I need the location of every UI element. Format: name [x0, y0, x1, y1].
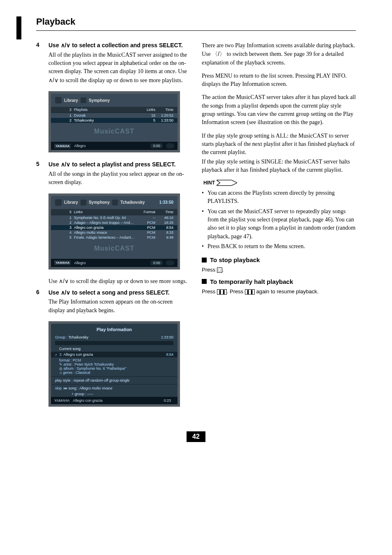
breadcrumb-library: Library — [64, 200, 78, 205]
hint-item: You can access the Playlists screen dire… — [202, 189, 356, 206]
footer-track: Allegro con grazia — [73, 398, 102, 403]
pi-track-time: 8:54 — [166, 352, 173, 357]
hints-list: You can access the Playlists screen dire… — [202, 189, 356, 251]
pi-album-value: Symphonie No. 6 "Pathetique" — [77, 366, 127, 371]
footer-time: 0:00 — [150, 260, 163, 265]
hint-label: HINT — [202, 179, 217, 187]
step5-note-post: to scroll the display up or down to see … — [69, 278, 187, 284]
updown-icon: ∧/∨ — [61, 42, 71, 48]
volume-icon — [166, 143, 174, 148]
top-time: 1:33:50 — [159, 200, 173, 205]
hint-item: Press BACK to return to the Menu screen. — [202, 242, 356, 251]
page-number: 42 — [187, 431, 205, 442]
pause-b: . Press — [227, 288, 245, 295]
pi-current-label: Current song — [59, 347, 81, 351]
hint-item: You can set the MusicCAST server to repe… — [202, 207, 356, 241]
col-time: Time — [155, 210, 173, 214]
square-bullet-icon — [202, 258, 207, 263]
hint-flag-icon — [217, 180, 237, 186]
stop-post: . — [222, 267, 224, 273]
pause-c: again to resume playback. — [255, 288, 318, 295]
col-count: 5 — [66, 210, 71, 214]
list-item: 3Allegro con graziaPCM8:54 — [51, 225, 178, 230]
step-5: 5 Use ∧/∨ to select a playlist and press… — [36, 161, 190, 189]
footer-track: Allegro — [74, 261, 85, 265]
pi-group-label: Group : — [55, 335, 67, 339]
step-4: 4 Use ∧/∨ to select a collection and pre… — [36, 41, 190, 87]
svg-marker-0 — [217, 180, 237, 185]
pi-title: Play Information — [51, 324, 178, 334]
home-icon — [55, 199, 62, 206]
list-item: 2Adagio – Allegro non troppo – And…PCM18… — [51, 220, 178, 225]
right-p3: The action the MusicCAST server takes af… — [202, 93, 356, 127]
list-item: 1Symphonie No. 5 E-moll Op. 64--48:10 — [51, 215, 178, 220]
step-number: 6 — [36, 289, 44, 317]
folder-icon — [81, 97, 86, 103]
section-title: Playback — [36, 16, 356, 27]
pi-album-label: album : — [64, 366, 76, 371]
step4-body-tail: to scroll the display up or down to see … — [58, 77, 183, 83]
list-item: 2Tchaikovsky51:33:50 — [51, 118, 178, 123]
pi-playstyle: play style : repeat-off random-off group… — [55, 378, 129, 382]
pi-group-value: Tchaikovsky — [69, 335, 89, 339]
pi-top-time: 1:33:50 — [161, 335, 173, 339]
breadcrumb-library: Library — [64, 98, 78, 103]
col-count: 2 — [66, 108, 71, 112]
breadcrumb-symphony: Symphony — [89, 98, 110, 103]
pause-icon: ❚❚ — [245, 289, 255, 295]
list-item: 1Dvorak151:20:52 — [51, 113, 178, 118]
col-time: Time — [155, 108, 173, 112]
step5-body: All of the songs in the playlist you sel… — [48, 170, 190, 187]
pi-skip-group: + group : ----- — [71, 392, 93, 396]
pause-subhead: To temporarily halt playback — [202, 278, 356, 285]
updown-icon: ∧/∨ — [48, 77, 58, 83]
volume-icon — [166, 260, 174, 265]
step-6: 6 Use ∧/∨ to select a song and press SEL… — [36, 289, 190, 317]
figure-songs-screen: Library Symphony Tchaikovsky 1:33:50 5 L… — [48, 193, 180, 269]
title-rule — [36, 30, 356, 31]
pi-skip-label: skip — [55, 386, 62, 390]
pi-skip-song: song : Allegro molto vivace — [69, 386, 113, 390]
right-p4: If the play style group setting is ALL: … — [202, 132, 356, 157]
updown-icon: ∧/∨ — [61, 161, 71, 168]
breadcrumb-symphony: Symphony — [89, 200, 110, 205]
figure-play-information: Play Information Group : Tchaikovsky 1:3… — [48, 321, 180, 407]
folder-icon — [81, 200, 86, 205]
stop-head-text: To stop playback — [210, 256, 260, 263]
step-head-post: to select a collection and press SELECT. — [70, 42, 182, 48]
stop-pre: Press — [202, 267, 217, 273]
square-bullet-icon — [202, 279, 207, 284]
list-item: 5Finale. Adagio lamentoso – Andant…PCM9:… — [51, 235, 178, 240]
step-head-post: to select a playlist and press SELECT. — [70, 161, 175, 168]
leftright-icon: 〈/〉 — [212, 51, 225, 57]
footer-track: Allegro — [74, 144, 85, 148]
step-head-pre: Use — [48, 289, 61, 296]
pause-head-text: To temporarily halt playback — [210, 278, 293, 285]
right-p2: Press MENU to return to the list screen.… — [202, 72, 356, 89]
step-head-post: to select a song and press SELECT. — [70, 289, 169, 296]
hint-flag: HINT — [202, 179, 356, 187]
pi-track-no: 3 — [60, 352, 62, 357]
pause-a: Press — [202, 288, 217, 295]
col-name: Playlists — [74, 108, 139, 112]
pi-track-name: Allegro con grazia — [64, 352, 93, 357]
pi-progress-bar — [55, 341, 173, 345]
pi-genre-label: genre : — [63, 371, 74, 375]
updown-icon: ∧/∨ — [59, 278, 69, 284]
step6-body: The Play Information screen appears on t… — [48, 298, 190, 315]
home-icon — [55, 97, 62, 104]
step-number: 4 — [36, 41, 44, 87]
footer-time: 0:23 — [164, 398, 171, 403]
brand-badge: YAMAHA — [54, 260, 71, 265]
stop-icon: □ — [217, 267, 222, 273]
step-head-pre: Use — [48, 42, 61, 48]
step-number: 5 — [36, 161, 44, 189]
pause-icon: ❚❚ — [217, 289, 227, 295]
pi-genre-value: Classical — [76, 371, 90, 375]
step-head-pre: Use — [48, 161, 61, 168]
footer-time: 0:00 — [150, 143, 163, 148]
pi-artist-value: Peter Ilyich Tchaikovsky — [75, 362, 114, 366]
watermark: MusicCAST — [51, 123, 178, 142]
updown-icon: ∧/∨ — [61, 289, 71, 296]
breadcrumb-tchaikovsky: Tchaikovsky — [120, 200, 145, 205]
